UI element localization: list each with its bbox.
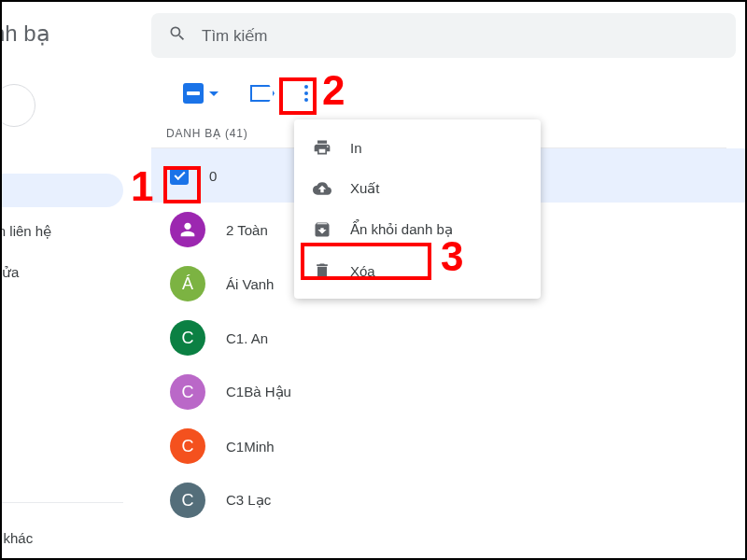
contact-avatar: C xyxy=(170,483,205,518)
menu-item-label: In xyxy=(350,140,362,156)
annotation-number-1: 1 xyxy=(131,163,153,210)
contact-name: Ái Vanh xyxy=(226,276,274,292)
sidebar-item-often[interactable]: yên liên hệ xyxy=(2,215,123,248)
menu-item-label: Xuất xyxy=(350,180,380,197)
contact-avatar: C xyxy=(170,374,205,410)
search-icon xyxy=(168,24,187,48)
contact-name: C3 Lạc xyxy=(226,492,271,509)
menu-item-label: Xóa xyxy=(350,263,375,279)
chevron-down-icon[interactable] xyxy=(209,91,218,96)
select-all-indeterminate[interactable] xyxy=(183,83,218,104)
contact-row[interactable]: CC1Minh xyxy=(151,419,745,473)
sidebar-item-label: hệ khác xyxy=(2,530,33,547)
contact-name: 2 Toàn xyxy=(226,222,268,238)
search-placeholder: Tìm kiếm xyxy=(202,26,267,46)
more-actions-button[interactable] xyxy=(288,75,325,112)
more-actions-menu: In Xuất Ẩn khỏi danh bạ Xóa xyxy=(294,119,541,299)
archive-icon xyxy=(313,220,331,239)
cloud-upload-icon xyxy=(313,179,331,198)
contact-name: 0 xyxy=(209,168,217,184)
contact-name: C1Minh xyxy=(226,439,275,455)
menu-item-export[interactable]: Xuất xyxy=(294,168,541,209)
sidebar-item-label: yên liên hệ xyxy=(2,223,51,240)
print-icon xyxy=(313,138,331,157)
search-bar[interactable]: Tìm kiếm xyxy=(151,13,736,58)
sidebar-item-other[interactable]: hệ khác xyxy=(2,522,123,555)
contact-avatar: Á xyxy=(170,266,205,301)
menu-item-delete[interactable]: Xóa xyxy=(294,250,541,291)
contact-checkbox[interactable] xyxy=(170,166,189,185)
sidebar: nh bạ yên liên hệ à sửa hệ khác xyxy=(2,2,123,560)
contact-name: C1Bà Hậu xyxy=(226,384,291,400)
sidebar-item-label: à sửa xyxy=(2,264,19,281)
manage-labels-button[interactable] xyxy=(250,85,275,102)
menu-item-label: Ẩn khỏi danh bạ xyxy=(350,221,453,238)
menu-item-hide[interactable]: Ẩn khỏi danh bạ xyxy=(294,209,541,250)
create-contact-button[interactable] xyxy=(2,84,35,127)
contact-avatar: C xyxy=(170,428,205,464)
contact-name: C1. An xyxy=(226,330,268,346)
contact-row[interactable]: CC1. An xyxy=(151,311,745,365)
sidebar-item-contacts[interactable] xyxy=(2,174,123,207)
trash-icon xyxy=(313,261,331,280)
more-vert-icon xyxy=(304,85,308,102)
app-title: nh bạ xyxy=(2,21,123,47)
contact-row[interactable]: CC3 Lạc xyxy=(151,473,745,527)
contact-row[interactable]: CC1Bà Hậu xyxy=(151,365,745,419)
selection-toolbar xyxy=(151,58,745,121)
sidebar-item-fix[interactable]: à sửa xyxy=(2,256,123,289)
contact-avatar xyxy=(170,212,205,247)
sidebar-divider xyxy=(2,502,123,503)
menu-item-print[interactable]: In xyxy=(294,127,541,168)
contact-avatar: C xyxy=(170,320,205,356)
